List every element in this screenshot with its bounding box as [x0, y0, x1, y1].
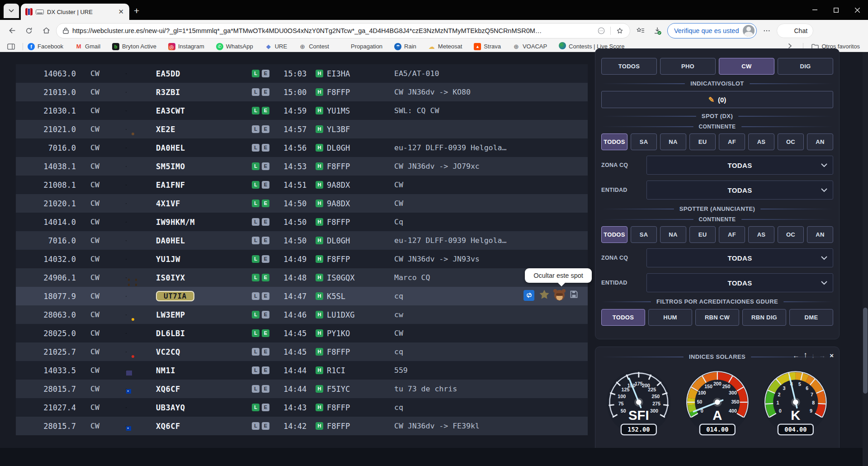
copilot-chat-button[interactable]: Chat: [777, 24, 814, 38]
spotter-callsign[interactable]: F8FFP: [327, 255, 350, 264]
dx-callsign[interactable]: IW9HKM/M: [156, 218, 252, 227]
spotter-callsign[interactable]: F8FFP: [327, 347, 350, 357]
spotter-callsign[interactable]: F8FFP: [327, 218, 350, 227]
spot-row[interactable]: 14063.0 CW EA5DD L E 15:03 H EI3HA EA5/A…: [16, 64, 588, 83]
save-spot-icon[interactable]: [569, 290, 579, 301]
spot-row[interactable]: 21027.4 CW UB3AYQ L E 14:43 H F8FFP cq: [16, 398, 588, 417]
dx-callsign[interactable]: LW3EMP: [156, 310, 252, 319]
spotter-continent-an[interactable]: AN: [807, 226, 833, 243]
dx-callsign[interactable]: XQ6CF: [156, 422, 252, 431]
spot-row[interactable]: 7016.0 CW DA0HEL L E 14:50 H DL0GH eu-12…: [16, 231, 588, 250]
spotter-entidad-select[interactable]: TODAS: [646, 273, 833, 292]
dx-callsign-highlighted[interactable]: UT7IA: [156, 291, 194, 301]
spot-row[interactable]: 21019.0 CW R3ZBI L E 15:00 H F8FFP CW JN…: [16, 83, 588, 101]
tab-close-button[interactable]: ✕: [117, 8, 125, 16]
respot-icon[interactable]: [524, 290, 534, 301]
dx-callsign[interactable]: DL6LBI: [156, 329, 252, 338]
scrollbar-thumb[interactable]: [863, 308, 868, 394]
bookmark-bryton-active[interactable]: bBryton Active: [112, 43, 156, 50]
move-left-icon[interactable]: ←: [793, 352, 799, 359]
site-permissions-button[interactable]: [596, 24, 607, 38]
spotter-continent-todos[interactable]: TODOS: [601, 226, 627, 243]
spot-continent-eu[interactable]: EU: [689, 133, 716, 150]
mode-filter-todos[interactable]: TODOS: [601, 58, 657, 75]
dx-callsign[interactable]: IS0IYX: [156, 273, 252, 282]
dx-callsign[interactable]: R3ZBI: [156, 88, 252, 97]
spot-row[interactable]: 21030.1 CW EA3CWT L E 14:59 H YU1MS SWL:…: [16, 101, 588, 120]
spot-row[interactable]: 14038.1 CW SM5IMO L E 14:53 H F8FFP CW J…: [16, 157, 588, 176]
spotter-callsign[interactable]: DL0GH: [327, 143, 350, 152]
spotter-callsign[interactable]: F8FFP: [327, 422, 350, 431]
spot-continent-sa[interactable]: SA: [631, 133, 657, 150]
mode-filter-dig[interactable]: DIG: [778, 58, 833, 75]
spot-continent-an[interactable]: AN: [807, 133, 833, 150]
spot-row[interactable]: 21020.1 CW 4X1VF L E 14:50 H 9A8DX CW: [16, 194, 588, 213]
spot-row[interactable]: 28063.0 CW LW3EMP L E 14:46 H LU1DXG cw: [16, 305, 588, 324]
spotter-callsign[interactable]: DL0GH: [327, 236, 350, 245]
move-right-icon[interactable]: →: [819, 352, 826, 359]
gdure-filter-rbn-dig[interactable]: RBN DIG: [742, 309, 786, 326]
indicativo-input[interactable]: ✎ (0): [601, 91, 833, 108]
spotter-continent-eu[interactable]: EU: [689, 226, 716, 243]
spotter-callsign[interactable]: F8FFP: [327, 403, 350, 412]
minimize-button[interactable]: [804, 0, 826, 20]
downloads-button[interactable]: [650, 24, 665, 38]
spot-row[interactable]: 21021.0 CW XE2E L E 14:57 H YL3BF: [16, 120, 588, 138]
browser-tab[interactable]: DX Cluster | URE ✕: [21, 4, 129, 20]
spot-continent-as[interactable]: AS: [748, 133, 774, 150]
bookmark-rain[interactable]: ☂Rain: [394, 43, 416, 50]
dx-callsign[interactable]: NM1I: [156, 366, 252, 375]
window-close-button[interactable]: [847, 0, 868, 20]
dx-callsign[interactable]: DA0HEL: [156, 236, 252, 245]
back-button[interactable]: [5, 24, 19, 38]
spotter-callsign[interactable]: LU1DXG: [327, 310, 354, 319]
spotter-callsign[interactable]: 9A8DX: [327, 181, 350, 190]
gdure-filter-hum[interactable]: HUM: [648, 309, 692, 326]
spot-continent-af[interactable]: AF: [719, 133, 745, 150]
dx-callsign[interactable]: VC2CQ: [156, 347, 252, 357]
spot-entidad-select[interactable]: TODAS: [646, 181, 833, 200]
spot-row[interactable]: 28015.7 CW ★ XQ6CF L E 14:44 H F5IYC tu …: [16, 380, 588, 398]
spot-row[interactable]: 14033.5 CW NM1I L E 14:44 H R1CI 559: [16, 361, 588, 380]
gdure-filter-dme[interactable]: DME: [789, 309, 833, 326]
mode-filter-pho[interactable]: PHO: [660, 58, 716, 75]
spot-row[interactable]: 21025.7 CW VC2CQ L E 14:45 H F8FFP cq: [16, 342, 588, 361]
bookmark-gmail[interactable]: MGmail: [75, 43, 100, 50]
move-down-icon[interactable]: ↓: [811, 352, 815, 359]
dx-callsign[interactable]: XQ6CF: [156, 385, 252, 394]
spot-continent-na[interactable]: NA: [660, 133, 686, 150]
spot-row[interactable]: 14032.0 CW YU1JW L E 14:49 H F8FFP CW JN…: [16, 250, 588, 268]
mode-filter-cw[interactable]: CW: [719, 58, 774, 75]
home-button[interactable]: [39, 24, 53, 38]
dx-callsign[interactable]: 4X1VF: [156, 199, 252, 208]
close-panel-icon[interactable]: ×: [830, 352, 834, 359]
dx-callsign[interactable]: EA1FNF: [156, 181, 252, 190]
spot-row[interactable]: 14014.0 CW IW9HKM/M L E 14:50 H F8FFP Cq: [16, 213, 588, 231]
move-up-icon[interactable]: ↑: [803, 351, 807, 360]
dx-callsign[interactable]: XE2E: [156, 125, 252, 134]
page-scrollbar[interactable]: [863, 52, 868, 466]
settings-menu-button[interactable]: [760, 24, 774, 38]
dx-callsign[interactable]: SM5IMO: [156, 162, 252, 171]
spotter-callsign[interactable]: F8FFP: [327, 162, 350, 171]
new-tab-button[interactable]: +: [134, 5, 139, 16]
spotter-continent-af[interactable]: AF: [719, 226, 745, 243]
favorite-spot-icon[interactable]: [539, 289, 550, 301]
spot-row[interactable]: 18077.9 CW UT7IA L E 14:47 H K5SL cq: [16, 287, 588, 305]
gdure-filter-todos[interactable]: TODOS: [601, 309, 645, 326]
spotter-continent-sa[interactable]: SA: [631, 226, 657, 243]
spot-continent-todos[interactable]: TODOS: [601, 133, 627, 150]
dx-callsign[interactable]: EA3CWT: [156, 106, 252, 115]
dx-callsign[interactable]: DA0HEL: [156, 143, 252, 152]
spotter-callsign[interactable]: F5IYC: [327, 385, 350, 394]
spot-zona-select[interactable]: TODAS: [646, 156, 833, 175]
dx-callsign[interactable]: UB3AYQ: [156, 403, 252, 412]
spotter-callsign[interactable]: EI3HA: [327, 69, 350, 78]
maximize-button[interactable]: [826, 0, 847, 20]
spot-row[interactable]: 28025.0 CW DL6LBI L E 14:45 H PY1KO CW: [16, 324, 588, 342]
spotter-callsign[interactable]: K5SL: [327, 292, 345, 301]
spotter-callsign[interactable]: F8FFP: [327, 88, 350, 97]
favorite-this-page-button[interactable]: [614, 24, 625, 38]
bookmark-contest[interactable]: ⊕Contest: [299, 43, 329, 50]
refresh-button[interactable]: [22, 24, 36, 38]
